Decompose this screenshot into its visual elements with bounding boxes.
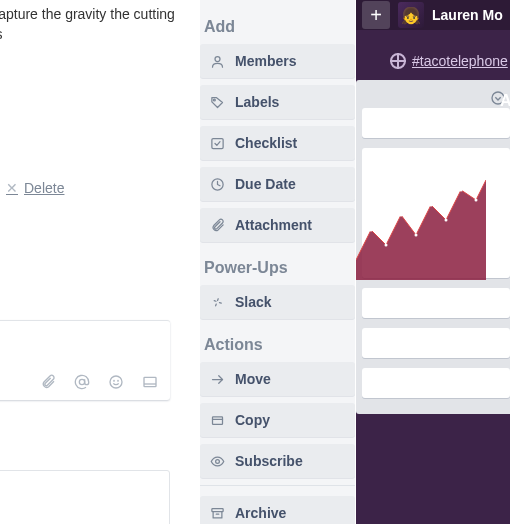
- svg-rect-24: [213, 416, 223, 424]
- svg-point-3: [400, 214, 403, 217]
- svg-point-2: [385, 244, 388, 247]
- svg-point-5: [430, 204, 433, 207]
- attachment-icon[interactable]: [40, 374, 56, 390]
- copy-label: Copy: [235, 412, 270, 428]
- attachment-label: Attachment: [235, 217, 312, 233]
- section-title-actions: Actions: [200, 326, 355, 362]
- move-button[interactable]: Move: [200, 362, 355, 396]
- svg-rect-20: [219, 301, 222, 303]
- checklist-icon: [210, 136, 225, 151]
- card-stub[interactable]: [362, 368, 510, 398]
- card-stub[interactable]: [362, 108, 510, 138]
- checklist-button[interactable]: Checklist: [200, 126, 355, 160]
- archive-icon: [210, 506, 225, 521]
- create-board-button[interactable]: +: [362, 1, 390, 29]
- board-name-link[interactable]: #tacotelephone: [412, 53, 508, 69]
- svg-point-7: [460, 189, 463, 192]
- card-stub[interactable]: [362, 328, 510, 358]
- username-label[interactable]: Lauren Mo: [432, 7, 503, 23]
- svg-point-26: [216, 459, 220, 463]
- svg-point-6: [445, 219, 448, 222]
- svg-point-8: [475, 199, 478, 202]
- avatar[interactable]: [398, 2, 424, 28]
- labels-label: Labels: [235, 94, 279, 110]
- svg-point-15: [215, 56, 220, 61]
- svg-point-11: [114, 380, 115, 381]
- activity-placeholder: [0, 470, 170, 524]
- subscribe-label: Subscribe: [235, 453, 303, 469]
- delete-label: Delete: [24, 180, 64, 196]
- globe-icon: [390, 53, 406, 69]
- svg-rect-22: [215, 303, 217, 306]
- archive-label: Archive: [235, 505, 286, 521]
- labels-button[interactable]: Labels: [200, 85, 355, 119]
- person-icon: [210, 54, 225, 69]
- section-title-powerups: Power-Ups: [200, 249, 355, 285]
- move-label: Move: [235, 371, 271, 387]
- next-list-title: A: [500, 92, 510, 110]
- card-stub[interactable]: [362, 288, 510, 318]
- svg-rect-17: [212, 138, 223, 148]
- svg-rect-19: [213, 299, 216, 301]
- svg-rect-27: [212, 508, 223, 511]
- members-label: Members: [235, 53, 296, 69]
- svg-point-4: [415, 234, 418, 237]
- comment-input[interactable]: [0, 320, 170, 400]
- due-date-button[interactable]: Due Date: [200, 167, 355, 201]
- copy-icon: [210, 413, 225, 428]
- card-icon[interactable]: [142, 374, 158, 390]
- paperclip-icon: [210, 218, 225, 233]
- sidebar-divider: [200, 485, 355, 486]
- attachment-button[interactable]: Attachment: [200, 208, 355, 242]
- svg-rect-13: [144, 377, 156, 386]
- subscribe-button[interactable]: Subscribe: [200, 444, 355, 478]
- svg-point-10: [110, 376, 122, 388]
- slack-button[interactable]: Slack: [200, 285, 355, 319]
- svg-point-9: [79, 379, 84, 384]
- mention-icon[interactable]: [74, 374, 90, 390]
- board-title-row: #tacotelephone: [356, 46, 510, 76]
- due-date-label: Due Date: [235, 176, 296, 192]
- card-description-text: y, but still capture the gravity the cut…: [0, 4, 190, 45]
- close-icon: ✕: [6, 180, 18, 196]
- section-title-add: Add: [200, 8, 355, 44]
- members-button[interactable]: Members: [200, 44, 355, 78]
- slack-icon: [210, 295, 225, 310]
- copy-button[interactable]: Copy: [200, 403, 355, 437]
- archive-button[interactable]: Archive: [200, 496, 355, 524]
- delete-link[interactable]: ✕ Delete: [6, 180, 64, 196]
- svg-point-12: [118, 380, 119, 381]
- app-header: + Lauren Mo: [356, 0, 510, 30]
- arrow-right-icon: [210, 372, 225, 387]
- checklist-label: Checklist: [235, 135, 297, 151]
- clock-icon: [210, 177, 225, 192]
- svg-point-16: [213, 99, 215, 101]
- emoji-icon[interactable]: [108, 374, 124, 390]
- tag-icon: [210, 95, 225, 110]
- svg-point-1: [370, 229, 373, 232]
- eye-icon: [210, 454, 225, 469]
- svg-rect-21: [217, 297, 219, 300]
- card-sidebar: Add Members Labels Checklist Due Date At…: [200, 0, 355, 524]
- slack-label: Slack: [235, 294, 272, 310]
- card-chart-thumbnail: [356, 160, 486, 280]
